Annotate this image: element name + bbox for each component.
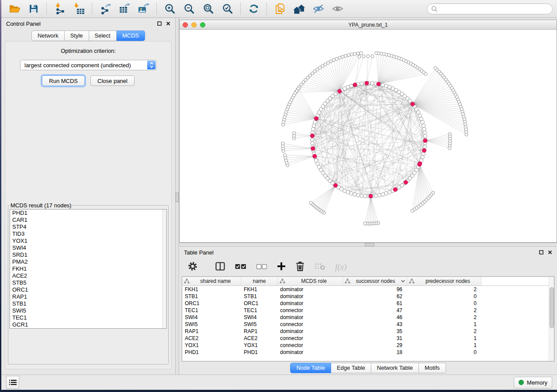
hierarchy-icon: [184, 279, 190, 284]
tab-edge-table[interactable]: Edge Table: [331, 363, 371, 373]
close-panel-icon[interactable]: [548, 250, 552, 254]
run-mcds-button[interactable]: Run MCDS: [42, 76, 85, 86]
select-all-button[interactable]: [235, 263, 246, 271]
table-scrollbar[interactable]: [549, 277, 554, 361]
hide-selected-button[interactable]: [311, 2, 326, 16]
column-header-shared-name[interactable]: shared name: [182, 277, 241, 286]
list-item[interactable]: RAP1: [10, 293, 166, 300]
network-canvas[interactable]: [180, 30, 557, 242]
list-item[interactable]: STB5: [10, 279, 166, 286]
export-table-button[interactable]: [117, 2, 132, 16]
task-history-button[interactable]: [6, 376, 19, 389]
settings-gear-button[interactable]: [188, 261, 197, 273]
vertical-splitter[interactable]: [175, 18, 179, 375]
list-item[interactable]: CAR1: [10, 217, 166, 224]
list-scrollbar[interactable]: [162, 210, 166, 328]
control-panel-title: Control Panel: [6, 21, 41, 27]
refresh-view-button[interactable]: [246, 2, 262, 16]
add-row-button[interactable]: [277, 262, 286, 272]
criterion-select[interactable]: largest connected component (undirected): [20, 60, 156, 70]
table-row[interactable]: SWI5SWI5connector431: [182, 321, 554, 328]
save-session-button[interactable]: [26, 2, 42, 16]
list-item[interactable]: PHD1: [10, 210, 166, 217]
list-item[interactable]: TID3: [10, 230, 166, 237]
table-row[interactable]: ORC1ORC1dominator610: [182, 300, 554, 307]
column-header-predecessor-nodes[interactable]: predecessor nodes: [407, 277, 481, 286]
tab-style[interactable]: Style: [65, 31, 89, 41]
list-item[interactable]: PMA2: [10, 258, 166, 265]
table-row[interactable]: STB1STB1dominator620: [182, 293, 554, 300]
function-builder-button[interactable]: f(x): [335, 262, 346, 272]
import-table-button[interactable]: [71, 2, 87, 16]
show-all-button[interactable]: [330, 2, 346, 16]
column-header-mcds-role[interactable]: MCDS role: [277, 277, 343, 286]
columns-icon: [215, 262, 225, 271]
close-panel-button[interactable]: Close panel: [90, 76, 135, 86]
table-row[interactable]: YOX1YOX1connector291: [182, 342, 554, 349]
hierarchy-icon: [280, 279, 285, 284]
list-item[interactable]: ORC1: [10, 286, 166, 293]
search-box[interactable]: [427, 3, 553, 14]
delete-row-button[interactable]: [296, 261, 304, 273]
list-item[interactable]: GCR1: [10, 321, 166, 328]
list-item[interactable]: SWI4: [10, 244, 166, 251]
tab-select[interactable]: Select: [89, 31, 117, 41]
zoom-selected-button[interactable]: [220, 2, 235, 16]
deselect-all-button[interactable]: [256, 263, 267, 271]
table-row[interactable]: FKH1FKH1dominator962: [182, 286, 554, 293]
search-input[interactable]: [440, 5, 548, 13]
mcds-result-list[interactable]: PHD1CAR1STP4TID3YOX1SWI4SRD1PMA2FKH1ACE2…: [10, 209, 167, 329]
export-network-button[interactable]: [97, 2, 113, 16]
close-panel-icon[interactable]: [166, 21, 170, 26]
list-item[interactable]: SWI5: [10, 307, 166, 314]
tab-network[interactable]: Network: [31, 31, 65, 41]
table-row[interactable]: SWI4SWI4dominator462: [182, 314, 554, 321]
float-panel-icon[interactable]: [157, 21, 162, 26]
delete-table-button[interactable]: [315, 262, 325, 272]
list-item[interactable]: YOX1: [10, 237, 166, 244]
minimize-window-icon[interactable]: [191, 22, 197, 28]
network-view[interactable]: [180, 30, 557, 242]
table-row[interactable]: PHD1PHD1dominator180: [182, 349, 554, 356]
unchecked-boxes-icon: [256, 264, 267, 269]
save-floppy-icon: [28, 3, 39, 14]
zoom-in-button[interactable]: [162, 2, 178, 16]
table-row[interactable]: RAP1RAP1dominator352: [182, 328, 554, 335]
close-window-icon[interactable]: [183, 22, 188, 28]
first-neighbors-button[interactable]: [291, 2, 307, 16]
open-session-button[interactable]: [7, 2, 22, 16]
duplicate-network-button[interactable]: [272, 2, 288, 16]
export-image-button[interactable]: [136, 2, 152, 16]
tab-node-table[interactable]: Node Table: [290, 363, 331, 373]
splitter-grip[interactable]: [176, 193, 179, 202]
import-network-button[interactable]: [52, 2, 68, 16]
column-header-name[interactable]: name: [241, 277, 277, 286]
main-toolbar: [1, 0, 557, 18]
show-column-button[interactable]: [215, 262, 225, 272]
column-header-successor-nodes[interactable]: successor nodes: [343, 277, 407, 286]
scrollbar-thumb[interactable]: [550, 287, 554, 328]
zoom-out-button[interactable]: [181, 2, 197, 16]
list-item[interactable]: TEC1: [10, 314, 166, 321]
tab-mcds[interactable]: MCDS: [117, 31, 145, 41]
float-panel-icon[interactable]: [539, 250, 543, 254]
list-item[interactable]: SRD1: [10, 251, 166, 258]
list-item[interactable]: ACE2: [10, 272, 166, 279]
horizontal-splitter[interactable]: [179, 243, 557, 247]
list-item[interactable]: STB1: [10, 300, 166, 307]
tab-motifs[interactable]: Motifs: [419, 363, 446, 373]
list-item[interactable]: FKH1: [10, 265, 166, 272]
network-titlebar[interactable]: YPA_prune.txt_1: [180, 20, 557, 30]
table-row[interactable]: TEC1TEC1connector472: [182, 307, 554, 314]
eye-icon: [332, 3, 344, 14]
splitter-grip[interactable]: [365, 243, 374, 246]
eye-slash-icon: [312, 3, 325, 14]
maximize-window-icon[interactable]: [200, 22, 205, 28]
tab-network-table[interactable]: Network Table: [371, 363, 419, 373]
memory-button[interactable]: Memory: [514, 377, 552, 389]
status-bar: Memory: [1, 375, 557, 390]
zoom-fit-button[interactable]: [201, 2, 216, 16]
gear-icon: [188, 261, 197, 271]
list-item[interactable]: STP4: [10, 224, 166, 230]
table-row[interactable]: ACE2ACE2connector311: [182, 335, 554, 342]
